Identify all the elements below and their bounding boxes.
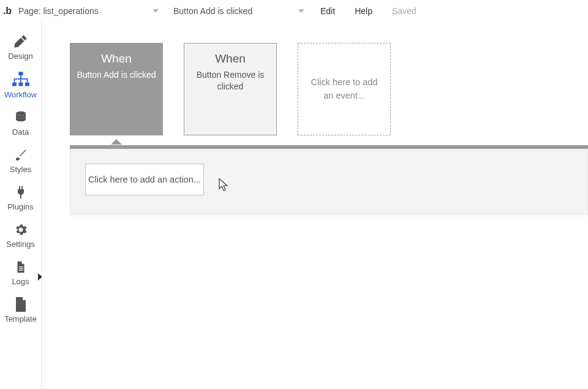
sidebar-label: Workflow xyxy=(4,90,37,99)
add-action-placeholder[interactable]: Click here to add an action... xyxy=(85,164,204,195)
page-selector-dropdown[interactable]: Page: list_operations xyxy=(15,0,165,22)
event-when-label: When xyxy=(101,52,132,66)
sidebar-item-template[interactable]: Template xyxy=(1,292,41,330)
sidebar-item-plugins[interactable]: Plugins xyxy=(1,180,41,217)
add-event-placeholder[interactable]: Click here to add an event... xyxy=(298,43,391,135)
event-description: Button Add is clicked xyxy=(77,69,156,81)
sidebar-label: Plugins xyxy=(7,202,34,211)
sidebar-label: Logs xyxy=(12,277,29,286)
svg-point-4 xyxy=(16,111,26,115)
svg-rect-6 xyxy=(19,268,23,269)
add-action-label: Click here to add an action... xyxy=(88,175,201,184)
sidebar-label: Data xyxy=(12,127,29,137)
main-area: Design Workflow Data Style xyxy=(0,22,588,389)
svg-rect-0 xyxy=(18,72,23,75)
file-icon xyxy=(14,260,28,274)
sidebar-item-styles[interactable]: Styles xyxy=(1,143,41,180)
svg-rect-2 xyxy=(18,83,23,86)
sidebar-label: Styles xyxy=(10,165,31,174)
events-row: When Button Add is clicked When Button R… xyxy=(70,43,588,135)
sidebar-item-data[interactable]: Data xyxy=(1,105,41,143)
sidebar-item-settings[interactable]: Settings xyxy=(1,217,41,255)
edit-menu[interactable]: Edit xyxy=(311,0,345,22)
help-menu[interactable]: Help xyxy=(345,0,382,22)
event-when-label: When xyxy=(215,52,246,66)
event-card-selected[interactable]: When Button Add is clicked xyxy=(70,43,163,135)
page-icon xyxy=(15,297,27,312)
sidebar: Design Workflow Data Style xyxy=(0,22,42,389)
page-selector-label: Page: list_operations xyxy=(18,6,99,16)
svg-rect-1 xyxy=(12,83,17,86)
chevron-down-icon xyxy=(153,9,159,13)
database-icon xyxy=(13,110,28,125)
top-bar: .b Page: list_operations Button Add is c… xyxy=(0,0,588,22)
workflow-icon xyxy=(12,72,29,88)
event-selector-dropdown[interactable]: Button Add is clicked xyxy=(170,0,311,22)
svg-rect-3 xyxy=(25,83,29,86)
event-selector-label: Button Add is clicked xyxy=(173,6,252,16)
gear-icon xyxy=(13,222,28,237)
brush-icon xyxy=(13,148,28,162)
sidebar-item-workflow[interactable]: Workflow xyxy=(1,67,41,105)
sidebar-label: Template xyxy=(4,314,37,323)
actions-panel: Click here to add an action... xyxy=(70,149,588,214)
sidebar-item-design[interactable]: Design xyxy=(1,28,41,67)
svg-rect-7 xyxy=(19,270,23,271)
sidebar-item-logs[interactable]: Logs xyxy=(1,255,41,292)
sidebar-label: Design xyxy=(8,51,32,61)
event-description: Button Remove is clicked xyxy=(190,69,270,93)
save-status: Saved xyxy=(382,0,426,22)
add-event-label: Click here to add an event... xyxy=(309,76,379,102)
design-icon xyxy=(13,33,29,49)
workflow-canvas: When Button Add is clicked When Button R… xyxy=(42,22,588,389)
logo: .b xyxy=(0,0,15,22)
chevron-down-icon xyxy=(298,9,304,13)
plug-icon xyxy=(13,185,28,200)
sidebar-label: Settings xyxy=(6,240,35,249)
event-card[interactable]: When Button Remove is clicked xyxy=(184,43,277,135)
svg-rect-5 xyxy=(19,266,23,267)
